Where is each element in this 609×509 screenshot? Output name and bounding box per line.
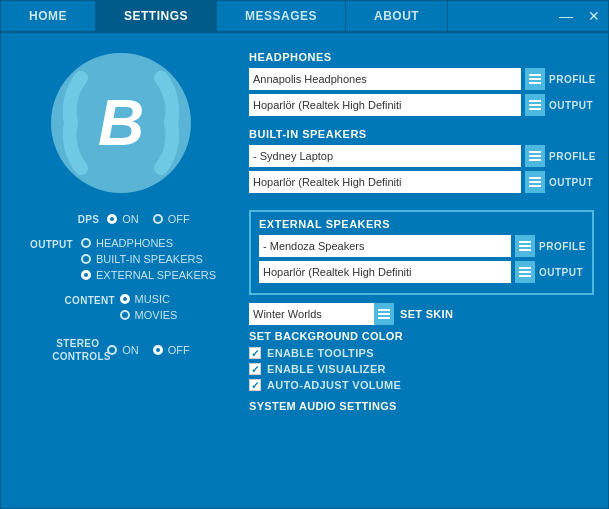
external-output-select[interactable]: Hoparlör (Realtek High Definiti [259, 261, 511, 283]
enable-visualizer-label: ENABLE VISUALIZER [267, 363, 386, 375]
builtin-output-menu-icon[interactable] [525, 171, 545, 193]
auto-adjust-row: ✓ AUTO-ADJUST VOLUME [249, 379, 594, 391]
output-external[interactable]: EXTERNAL SPEAKERS [81, 269, 216, 281]
stereo-options: ON OFF [107, 344, 190, 356]
checkmark-icon-3: ✓ [251, 380, 259, 391]
external-output-menu-icon[interactable] [515, 261, 535, 283]
output-options: HEADPHONES BUILT-IN SPEAKERS EXTERNAL SP… [81, 237, 216, 281]
checkmark-icon-2: ✓ [251, 364, 259, 375]
headphones-profile-menu-icon[interactable] [525, 68, 545, 90]
hamburger-lines-5 [519, 241, 531, 251]
checkmark-icon: ✓ [251, 348, 259, 359]
stereo-on-option[interactable]: ON [107, 344, 139, 356]
dps-on-radio[interactable] [107, 214, 117, 224]
right-panel: HEADPHONES Annapolis Headphones PROFILE [241, 43, 608, 498]
builtin-title: BUILT-IN SPEAKERS [249, 128, 594, 140]
external-output-row: Hoparlör (Realtek High Definiti OUTPUT [259, 261, 584, 283]
logo-letter: B [98, 91, 144, 155]
enable-tooltips-row: ✓ ENABLE TOOLTIPS [249, 347, 594, 359]
headphones-profile-select[interactable]: Annapolis Headphones [249, 68, 521, 90]
builtin-output-row: Hoparlör (Realtek High Definiti OUTPUT [249, 171, 594, 193]
enable-visualizer-checkbox[interactable]: ✓ [249, 363, 261, 375]
dps-off-radio[interactable] [153, 214, 163, 224]
enable-tooltips-checkbox[interactable]: ✓ [249, 347, 261, 359]
auto-adjust-label: AUTO-ADJUST VOLUME [267, 379, 401, 391]
content-options: MUSIC MOVIES [120, 293, 178, 321]
external-output-label: OUTPUT [539, 267, 584, 278]
hamburger-lines-2 [529, 100, 541, 110]
tab-bar: HOME SETTINGS MESSAGES ABOUT — ✕ [1, 1, 608, 33]
enable-tooltips-label: ENABLE TOOLTIPS [267, 347, 374, 359]
tab-settings[interactable]: SETTINGS [96, 1, 217, 31]
output-headphones-radio[interactable] [81, 238, 91, 248]
stereo-row: STEREOCONTROLS ON OFF [52, 337, 190, 363]
dps-row: DPS ON OFF [52, 213, 190, 225]
output-row: OUTPUT HEADPHONES BUILT-IN SPEAKERS EXTE… [26, 237, 216, 281]
builtin-profile-menu-icon[interactable] [525, 145, 545, 167]
minimize-button[interactable]: — [552, 0, 580, 32]
output-builtin[interactable]: BUILT-IN SPEAKERS [81, 253, 216, 265]
headphones-output-menu-icon[interactable] [525, 94, 545, 116]
stereo-label: STEREOCONTROLS [52, 337, 107, 363]
stereo-on-radio[interactable] [107, 345, 117, 355]
headphones-profile-row: Annapolis Headphones PROFILE [249, 68, 594, 90]
stereo-off-option[interactable]: OFF [153, 344, 190, 356]
close-button[interactable]: ✕ [580, 0, 608, 32]
headphones-output-row: Hoparlör (Realtek High Definiti OUTPUT [249, 94, 594, 116]
dps-on-option[interactable]: ON [107, 213, 139, 225]
headphones-title: HEADPHONES [249, 51, 594, 63]
dps-label: DPS [52, 214, 107, 225]
headphones-output-label: OUTPUT [549, 100, 594, 111]
external-profile-row: - Mendoza Speakers PROFILE [259, 235, 584, 257]
hamburger-lines-4 [529, 177, 541, 187]
output-headphones[interactable]: HEADPHONES [81, 237, 216, 249]
stereo-off-radio[interactable] [153, 345, 163, 355]
hamburger-lines-3 [529, 151, 541, 161]
hamburger-lines-7 [378, 309, 390, 319]
skin-row: Winter Worlds SET SKIN [249, 303, 594, 325]
external-profile-label: PROFILE [539, 241, 584, 252]
content-label: CONTENT [65, 293, 120, 306]
builtin-profile-select[interactable]: - Sydney Laptop [249, 145, 521, 167]
content-row: CONTENT MUSIC MOVIES [65, 293, 178, 321]
main-content: B DPS ON OFF OUTPUT [1, 33, 608, 508]
set-skin-button[interactable]: SET SKIN [400, 308, 453, 320]
external-section: EXTERNAL SPEAKERS - Mendoza Speakers PRO… [249, 210, 594, 295]
content-music[interactable]: MUSIC [120, 293, 178, 305]
builtin-section: BUILT-IN SPEAKERS - Sydney Laptop PROFIL… [249, 128, 594, 197]
output-label: OUTPUT [26, 237, 81, 250]
external-profile-menu-icon[interactable] [515, 235, 535, 257]
tab-messages[interactable]: MESSAGES [217, 1, 346, 31]
builtin-profile-row: - Sydney Laptop PROFILE [249, 145, 594, 167]
window-controls: — ✕ [552, 1, 608, 31]
headphones-section: HEADPHONES Annapolis Headphones PROFILE [249, 51, 594, 120]
headphones-profile-label: PROFILE [549, 74, 594, 85]
set-bg-button[interactable]: SET BACKGROUND COLOR [249, 330, 594, 342]
tab-about[interactable]: ABOUT [346, 1, 448, 31]
logo-circle: B [51, 53, 191, 193]
output-builtin-radio[interactable] [81, 254, 91, 264]
external-profile-select[interactable]: - Mendoza Speakers [259, 235, 511, 257]
skin-menu-icon[interactable] [374, 303, 394, 325]
output-external-radio[interactable] [81, 270, 91, 280]
builtin-output-select[interactable]: Hoparlör (Realtek High Definiti [249, 171, 521, 193]
skin-select[interactable]: Winter Worlds [249, 303, 394, 325]
hamburger-lines [529, 74, 541, 84]
auto-adjust-checkbox[interactable]: ✓ [249, 379, 261, 391]
tab-home[interactable]: HOME [1, 1, 96, 31]
content-movies[interactable]: MOVIES [120, 309, 178, 321]
hamburger-lines-6 [519, 267, 531, 277]
dps-options: ON OFF [107, 213, 190, 225]
main-window: HOME SETTINGS MESSAGES ABOUT — ✕ [0, 0, 609, 509]
enable-visualizer-row: ✓ ENABLE VISUALIZER [249, 363, 594, 375]
builtin-output-label: OUTPUT [549, 177, 594, 188]
content-movies-radio[interactable] [120, 310, 130, 320]
dps-off-option[interactable]: OFF [153, 213, 190, 225]
builtin-profile-label: PROFILE [549, 151, 594, 162]
headphones-output-select[interactable]: Hoparlör (Realtek High Definiti [249, 94, 521, 116]
system-audio-button[interactable]: SYSTEM AUDIO SETTINGS [249, 400, 594, 412]
content-music-radio[interactable] [120, 294, 130, 304]
external-title: EXTERNAL SPEAKERS [259, 218, 584, 230]
left-panel: B DPS ON OFF OUTPUT [1, 43, 241, 498]
